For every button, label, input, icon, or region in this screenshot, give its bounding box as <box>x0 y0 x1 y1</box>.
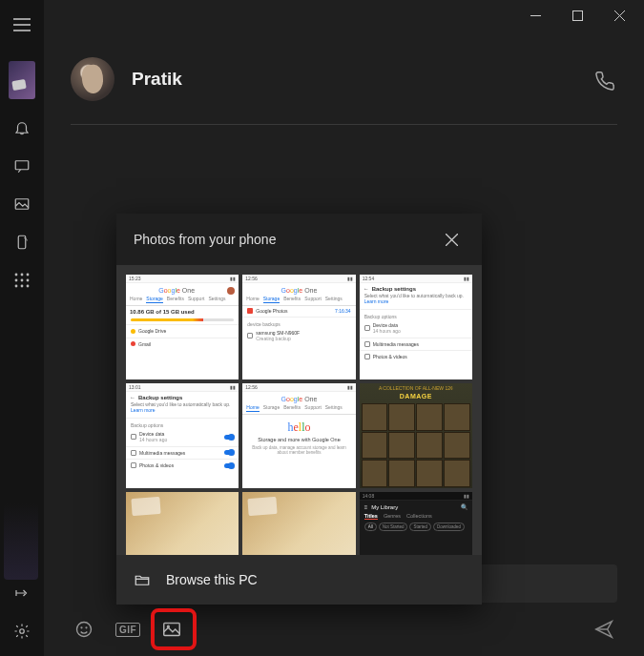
gif-icon: GIF <box>115 623 140 637</box>
apps-nav[interactable] <box>0 261 44 299</box>
hamburger-menu[interactable] <box>0 6 44 44</box>
send-icon <box>593 619 614 640</box>
sidebar <box>0 0 44 656</box>
svg-point-12 <box>20 629 25 634</box>
header-divider <box>71 124 617 125</box>
svg-point-14 <box>77 623 92 637</box>
device-preview-fade <box>4 503 38 580</box>
svg-point-18 <box>167 625 169 627</box>
send-button[interactable] <box>591 616 617 643</box>
svg-point-15 <box>81 627 82 628</box>
photo-thumbnail[interactable]: 14:08▮▮ ≡My Library🔍 TitlesGenresCollect… <box>360 492 472 555</box>
image-icon <box>161 619 182 640</box>
titlebar <box>44 0 644 31</box>
photo-icon <box>13 195 31 213</box>
photo-thumbnail[interactable] <box>126 492 239 555</box>
browse-pc-label: Browse this PC <box>166 572 258 587</box>
svg-point-4 <box>21 274 24 277</box>
minimize-button[interactable] <box>514 2 556 29</box>
svg-point-3 <box>15 274 18 277</box>
gear-icon <box>13 623 31 640</box>
maximize-icon <box>572 10 583 21</box>
main-panel: Pratik GIF Photos from your phone <box>44 0 644 656</box>
svg-point-11 <box>27 285 30 288</box>
close-icon <box>446 234 458 246</box>
emoji-icon <box>74 620 93 639</box>
call-button[interactable] <box>594 71 615 92</box>
image-button[interactable] <box>158 616 185 643</box>
svg-point-10 <box>21 285 24 288</box>
close-icon <box>614 10 625 21</box>
settings-nav[interactable] <box>0 612 44 650</box>
contact-avatar[interactable] <box>71 57 114 101</box>
phone-screen-nav[interactable] <box>0 223 44 261</box>
photo-thumbnail[interactable]: 12:56▮▮ Google One HomeStorageBenefitsSu… <box>242 275 355 379</box>
messages-nav[interactable] <box>0 147 44 185</box>
notifications-nav[interactable] <box>0 109 44 147</box>
pin-icon <box>13 584 31 602</box>
photo-thumbnail[interactable]: A COLLECTION OF ALL-NEW 12¢ DAMAGE <box>360 383 472 488</box>
popup-close-button[interactable] <box>438 226 465 253</box>
photo-thumbnail[interactable]: 12:54▮▮ ←Backup settings Select what you… <box>360 275 472 379</box>
svg-point-9 <box>15 285 18 288</box>
photo-thumbnail[interactable]: 13:01▮▮ ←Backup settings Select what you… <box>126 383 239 488</box>
photo-thumbnail[interactable] <box>242 492 355 555</box>
composer-toolbar: GIF <box>71 616 617 643</box>
svg-point-16 <box>86 627 87 628</box>
contact-name: Pratik <box>132 69 182 90</box>
browse-pc-button[interactable]: Browse this PC <box>116 555 482 605</box>
menu-icon <box>13 18 31 31</box>
svg-rect-13 <box>572 10 582 20</box>
photo-thumbnail[interactable]: 12:56▮▮ Google One HomeStorageBenefitsSu… <box>242 383 355 488</box>
folder-icon <box>134 571 151 588</box>
photos-popup: Photos from your phone 15:23▮▮ Google On… <box>116 214 482 605</box>
conversation-header: Pratik <box>44 31 644 124</box>
popup-header: Photos from your phone <box>116 214 482 265</box>
svg-rect-0 <box>15 161 29 170</box>
chat-icon <box>13 157 31 174</box>
photo-grid: 15:23▮▮ Google One HomeStorageBenefitsSu… <box>116 265 482 555</box>
pin-nav[interactable] <box>0 574 44 612</box>
phone-icon <box>594 71 615 92</box>
close-button[interactable] <box>598 2 640 29</box>
phone-cast-icon <box>13 234 31 251</box>
bell-icon <box>13 119 31 136</box>
maximize-button[interactable] <box>556 2 598 29</box>
dialpad-icon <box>14 273 30 288</box>
popup-title: Photos from your phone <box>134 232 276 247</box>
photo-thumbnail[interactable]: 15:23▮▮ Google One HomeStorageBenefitsSu… <box>126 275 239 379</box>
device-thumbnail[interactable] <box>9 61 35 99</box>
svg-point-6 <box>15 279 18 282</box>
gif-button[interactable]: GIF <box>114 616 141 643</box>
svg-point-5 <box>27 274 30 277</box>
photos-nav[interactable] <box>0 185 44 223</box>
svg-point-7 <box>21 279 24 282</box>
minimize-icon <box>530 10 541 21</box>
emoji-button[interactable] <box>71 616 97 643</box>
svg-point-8 <box>27 279 30 282</box>
